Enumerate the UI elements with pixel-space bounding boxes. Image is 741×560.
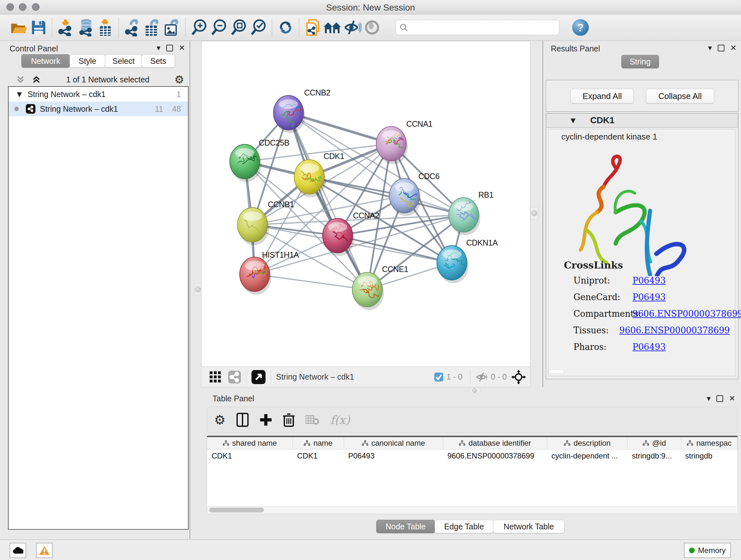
save-session-button[interactable] <box>29 17 49 37</box>
column-header-database-identifier[interactable]: database identifier <box>443 437 547 449</box>
table-cell[interactable]: cyclin-dependent ... <box>547 449 627 462</box>
table-panel: Table Panel ▾ ✕ ⚙ f(x) shared namenameca… <box>201 393 741 539</box>
table-cell[interactable]: CDK1 <box>293 449 344 462</box>
zoom-selected-button[interactable] <box>249 17 268 37</box>
crosslink-value[interactable]: P06493 <box>632 292 666 302</box>
table-cell[interactable]: 9606.ENSP00000378699 <box>443 449 547 462</box>
panel-menu-icon[interactable]: ▾ <box>708 44 712 52</box>
panel-float-icon[interactable] <box>717 395 723 402</box>
crosshair-icon[interactable] <box>511 370 526 384</box>
tab-edge-table[interactable]: Edge Table <box>434 520 493 533</box>
tab-node-table[interactable]: Node Table <box>376 520 435 533</box>
results-panel-resize-handle[interactable] <box>530 207 538 220</box>
expand-all-icon[interactable] <box>31 75 41 84</box>
results-section-header[interactable]: ▼ CDK1 <box>546 114 738 128</box>
crosslink-label: Pharos: <box>574 342 632 352</box>
refresh-button[interactable] <box>276 17 295 37</box>
expand-all-button[interactable]: Expand All <box>570 89 634 104</box>
panel-menu-icon[interactable]: ▾ <box>707 394 711 403</box>
crosslink-label: Uniprot: <box>574 275 632 286</box>
open-session-button[interactable] <box>9 17 29 37</box>
hide-selected-button[interactable] <box>342 17 362 37</box>
help-button[interactable]: ? <box>572 19 589 36</box>
crosslink-value[interactable]: P06493 <box>632 342 666 352</box>
import-table-file-button[interactable] <box>95 17 115 37</box>
table-toolbar: ⚙ f(x) <box>207 407 738 433</box>
import-database-icon <box>77 18 94 37</box>
table-cell[interactable]: P06493 <box>344 449 443 462</box>
zoom-in-button[interactable] <box>189 17 209 37</box>
network-collection-row[interactable]: ▼ String Network – cdk1 1 <box>9 87 188 102</box>
column-header-description[interactable]: description <box>547 437 628 449</box>
collapse-all-button[interactable]: Collapse All <box>646 89 714 104</box>
search-input[interactable] <box>408 23 543 32</box>
crosslink-value[interactable]: P06493 <box>632 275 666 286</box>
zoom-fit-button[interactable] <box>229 17 249 37</box>
network-tree: ▼ String Network – cdk1 1 String Network… <box>8 86 189 530</box>
table-row[interactable]: CDK1CDK1P064939606.ENSP00000378699cyclin… <box>207 449 738 462</box>
table-horizontal-scrollbar[interactable] <box>207 506 737 514</box>
gear-icon[interactable]: ⚙ <box>175 73 184 86</box>
cloud-button[interactable] <box>10 543 26 558</box>
panel-float-icon[interactable] <box>718 45 724 51</box>
tab-sets[interactable]: Sets <box>142 54 175 68</box>
panel-menu-icon[interactable]: ▾ <box>157 44 160 52</box>
memory-button[interactable]: Memory <box>684 543 731 558</box>
grid-view-icon[interactable] <box>210 371 221 383</box>
show-columns-icon[interactable] <box>237 413 249 427</box>
column-header-name[interactable]: name <box>293 437 344 449</box>
results-scrollbar-thumb[interactable] <box>549 369 564 374</box>
birds-eye-view-icon[interactable] <box>252 370 266 384</box>
export-network-icon <box>124 18 141 37</box>
crosslink-value[interactable]: 9606.ENSP00000378699 <box>632 309 741 319</box>
collapse-all-icon[interactable] <box>16 75 25 84</box>
column-header-namespac[interactable]: namespac <box>681 437 738 449</box>
tab-network[interactable]: Network <box>21 54 70 68</box>
hidden-eye-icon[interactable] <box>475 372 488 382</box>
export-network-button[interactable] <box>123 17 142 37</box>
scrollbar-thumb[interactable] <box>209 508 264 512</box>
tree-expand-icon[interactable]: ▼ <box>17 90 22 98</box>
network-graph[interactable]: CCNB2CCNA1CDC25BCDK1CDC6RB1CCNB1CCNA2CDK… <box>201 41 530 367</box>
zoom-in-icon <box>191 18 208 37</box>
export-table-button[interactable] <box>142 17 162 37</box>
tab-string[interactable]: String <box>621 55 659 68</box>
panel-close-icon[interactable]: ✕ <box>179 44 185 52</box>
tab-style[interactable]: Style <box>70 54 105 68</box>
network-row[interactable]: String Network – cdk1 11 48 <box>9 102 188 116</box>
table-settings-gear-icon[interactable]: ⚙ <box>214 413 226 427</box>
selected-checkbox-icon[interactable] <box>434 373 443 381</box>
crosslink-value[interactable]: 9606.ENSP00000378699 <box>619 325 730 335</box>
zoom-out-button[interactable] <box>209 17 229 37</box>
import-table-icon <box>97 18 113 37</box>
table-cell[interactable]: stringdb <box>681 449 737 462</box>
network-share-icon[interactable] <box>228 371 241 383</box>
column-header-shared-name[interactable]: shared name <box>207 437 293 449</box>
export-image-button[interactable] <box>162 17 182 37</box>
panel-close-icon[interactable]: ✕ <box>729 394 735 403</box>
add-column-icon[interactable] <box>259 414 272 426</box>
warning-button[interactable] <box>36 543 53 558</box>
column-header-canonical-name[interactable]: canonical name <box>344 437 443 449</box>
search-field[interactable] <box>395 20 559 35</box>
delete-column-icon[interactable] <box>283 413 294 427</box>
table-cell[interactable]: stringdb:9... <box>627 449 681 462</box>
network-view-title: String Network – cdk1 <box>276 372 354 381</box>
panel-close-icon[interactable]: ✕ <box>730 44 737 52</box>
section-expand-icon[interactable]: ▼ <box>570 117 576 124</box>
control-panel-resize-handle[interactable] <box>194 283 202 296</box>
homes-button[interactable] <box>323 17 342 37</box>
zoom-out-icon <box>210 18 227 37</box>
panel-float-icon[interactable] <box>166 45 173 51</box>
tab-select[interactable]: Select <box>105 54 142 68</box>
tab-network-table[interactable]: Network Table <box>493 520 564 533</box>
open-documents-button[interactable] <box>303 17 323 37</box>
table-panel-resize-handle[interactable] <box>468 387 481 393</box>
import-network-database-button[interactable] <box>76 17 95 37</box>
import-network-file-button[interactable] <box>56 17 76 37</box>
show-all-button[interactable] <box>362 17 382 37</box>
node-label-ccne1: CCNE1 <box>382 265 408 273</box>
column-header--id[interactable]: @id <box>628 437 681 449</box>
network-canvas[interactable]: CCNB2CCNA1CDC25BCDK1CDC6RB1CCNB1CCNA2CDK… <box>201 41 530 367</box>
table-cell[interactable]: CDK1 <box>207 449 293 462</box>
